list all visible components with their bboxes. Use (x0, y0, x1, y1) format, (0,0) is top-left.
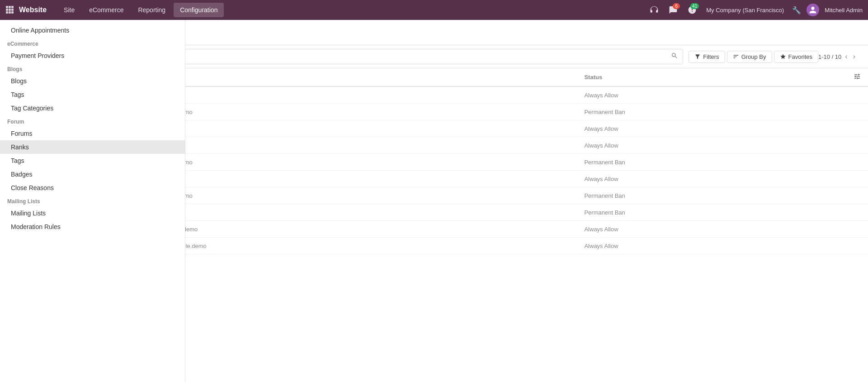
menu-item[interactable]: Online Appointments (0, 24, 185, 37)
row-status: Always Allow (577, 238, 846, 254)
nav-configuration[interactable]: Configuration (174, 3, 224, 17)
row-status: Always Allow (577, 120, 846, 137)
nav-site[interactable]: Site (57, 3, 81, 17)
menu-item[interactable]: Mailing Lists (0, 206, 185, 220)
row-email: nemo@sample.demo (120, 86, 577, 104)
nav-reporting[interactable]: Reporting (132, 3, 172, 17)
company-name: My Company (San Francisco) (706, 7, 784, 14)
filters-button[interactable]: Filters (689, 51, 725, 63)
row-email: thomas.passot@sample.demo (120, 238, 577, 254)
chat-icon-btn[interactable]: 6 (665, 2, 681, 18)
svg-rect-4 (9, 9, 11, 11)
pagination: 1-10 / 10 ‹ › (818, 52, 857, 62)
favorites-button[interactable]: Favorites (774, 51, 818, 63)
menu-item[interactable]: Ranks (0, 140, 185, 154)
svg-rect-5 (11, 9, 14, 11)
nav-ecommerce[interactable]: eCommerce (83, 3, 130, 17)
activity-icon-btn[interactable]: 41 (684, 2, 700, 18)
top-navigation: Website Site eCommerce Reporting Configu… (0, 0, 868, 20)
config-dropdown-panel: Online AppointmentseCommercePayment Prov… (0, 20, 185, 382)
row-email: someone@sample.demo (120, 187, 577, 204)
row-email: nemo@sample.demo (120, 171, 577, 187)
row-email: someone@sample.demo (120, 154, 577, 171)
filters-label: Filters (703, 53, 719, 60)
row-status: Permanent Ban (577, 187, 846, 204)
menu-item[interactable]: Close Reasons (0, 181, 185, 195)
row-status: Permanent Ban (577, 204, 846, 221)
user-avatar[interactable] (807, 4, 819, 16)
row-status: Always Allow (577, 137, 846, 154)
menu-item[interactable]: Tags (0, 154, 185, 167)
menu-item[interactable]: Forums (0, 127, 185, 140)
row-email: someone@sample.demo (120, 104, 577, 120)
row-email: nemo@sample.demo (120, 120, 577, 137)
user-name: Mitchell Admin (825, 7, 863, 14)
col-email-header (120, 68, 577, 86)
svg-rect-2 (11, 6, 14, 8)
favorites-label: Favorites (788, 53, 812, 60)
row-status: Always Allow (577, 86, 846, 104)
groupby-button[interactable]: Group By (727, 51, 772, 63)
menu-item[interactable]: Badges (0, 167, 185, 181)
svg-rect-1 (9, 6, 11, 8)
brand-name[interactable]: Website (19, 6, 47, 14)
svg-rect-7 (9, 11, 11, 14)
row-status: Permanent Ban (577, 104, 846, 120)
svg-rect-0 (6, 6, 8, 8)
grid-icon[interactable] (5, 5, 14, 15)
menu-section-label: Mailing Lists (0, 195, 185, 206)
row-status: Permanent Ban (577, 154, 846, 171)
svg-rect-8 (11, 11, 14, 14)
col-status-header: Status (577, 68, 846, 86)
toolbar-actions: Filters Group By Favorites (689, 51, 818, 63)
menu-item[interactable]: Moderation Rules (0, 220, 185, 234)
menu-section-label: eCommerce (0, 37, 185, 49)
menu-section-label: Forum (0, 115, 185, 127)
svg-rect-3 (6, 9, 8, 11)
menu-item[interactable]: Tags (0, 88, 185, 101)
chat-badge: 6 (673, 3, 680, 9)
row-email: nemo@sample.demo (120, 204, 577, 221)
pagination-text: 1-10 / 10 (818, 53, 841, 60)
headset-icon-btn[interactable] (646, 2, 662, 18)
settings-wrench-icon[interactable]: 🔧 (792, 6, 801, 14)
row-email: nemo@sample.demo (120, 137, 577, 154)
search-button[interactable] (666, 52, 683, 61)
pagination-prev[interactable]: ‹ (843, 52, 849, 62)
groupby-label: Group By (741, 53, 766, 60)
row-status: Always Allow (577, 221, 846, 238)
menu-item[interactable]: Payment Providers (0, 49, 185, 62)
svg-rect-6 (6, 11, 8, 14)
topnav-right: 6 41 My Company (San Francisco) 🔧 Mitche… (646, 2, 863, 18)
pagination-next[interactable]: › (851, 52, 857, 62)
row-email: wendi.baltz@sample.demo (120, 221, 577, 238)
menu-item[interactable]: Tag Categories (0, 101, 185, 115)
activity-badge: 41 (690, 3, 699, 9)
menu-item[interactable]: Blogs (0, 74, 185, 88)
column-settings-icon[interactable] (854, 75, 861, 81)
row-status: Always Allow (577, 171, 846, 187)
menu-section-label: Blogs (0, 62, 185, 74)
